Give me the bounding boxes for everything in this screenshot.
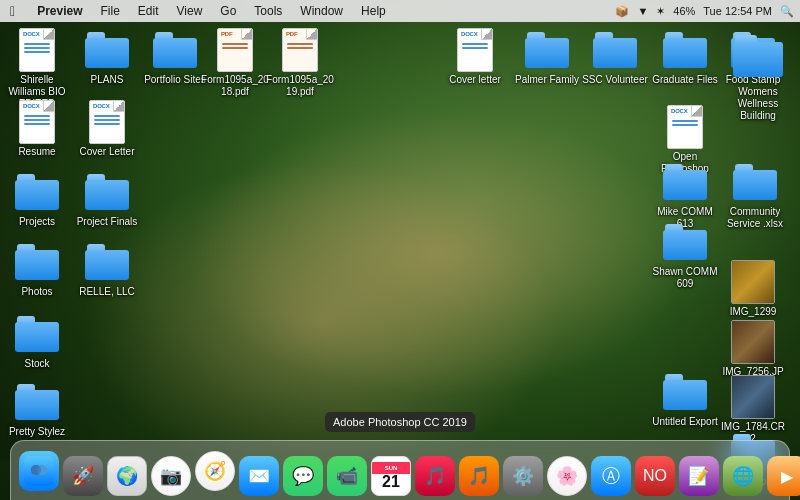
dock-icon-1: 🌍 (107, 456, 147, 496)
dock-item-10[interactable]: ▶ (767, 456, 800, 496)
dock-item-8[interactable]: 📝 (679, 456, 719, 496)
desktop-icon-form2018[interactable]: PDF Form1095a_2018.pdf (200, 28, 270, 98)
desktop-icon-photos[interactable]: Photos (2, 240, 72, 298)
desktop-icon-stock[interactable]: Stock (2, 312, 72, 370)
desktop-icon-relle[interactable]: RELLE, LLC (72, 240, 142, 298)
menu-file[interactable]: File (97, 4, 124, 18)
menu-edit[interactable]: Edit (134, 4, 163, 18)
desktop-icon-plans[interactable]: PLANS (72, 28, 142, 86)
finder-icon (19, 451, 59, 491)
battery-indicator: 46% (673, 5, 695, 17)
dock-icon-9: 🌐 (723, 456, 763, 496)
desktop-icon-project-finals[interactable]: Project Finals (72, 170, 142, 228)
dock-item-5[interactable]: ⚙️ (503, 456, 543, 496)
appstore-icon: Ⓐ (591, 456, 631, 496)
menubar:  Preview File Edit View Go Tools Window… (0, 0, 800, 22)
desktop-icon-shirelle[interactable]: DOCX Shirelle Williams BIO EDITED (2, 28, 72, 110)
dock-item-launchpad[interactable]: 🚀 (63, 456, 103, 496)
wifi-icon[interactable]: ▼ (637, 5, 648, 17)
desktop:  Preview File Edit View Go Tools Window… (0, 0, 800, 500)
dock-icon-6: 🌸 (547, 456, 587, 496)
dock-icon-3: 🎵 (415, 456, 455, 496)
dock-icon-8: 📝 (679, 456, 719, 496)
calendar-icon: SUN 21 (371, 456, 411, 496)
desktop-icon-wellness[interactable]: Womens Wellness Building (720, 28, 796, 122)
dock-item-3[interactable]: 🎵 (415, 456, 455, 496)
svg-point-3 (31, 465, 41, 475)
dock-item-facetime[interactable]: 📹 (327, 456, 367, 496)
app-name[interactable]: Preview (33, 4, 86, 18)
safari-icon: 🧭 (195, 451, 235, 491)
desktop-icon-projects[interactable]: Projects (2, 170, 72, 228)
menubar-left:  Preview File Edit View Go Tools Window… (6, 3, 615, 19)
messages-icon: 💬 (283, 456, 323, 496)
dock-item-finder[interactable] (19, 451, 59, 496)
desktop-icon-graduate[interactable]: Graduate Files (650, 28, 720, 86)
dock-item-7[interactable]: NO (635, 456, 675, 496)
bluetooth-icon[interactable]: ✶ (656, 5, 665, 18)
mail-icon: ✉️ (239, 456, 279, 496)
dock-item-1[interactable]: 🌍 (107, 456, 147, 496)
desktop-icon-community[interactable]: Community Service .xlsx (720, 160, 790, 230)
battery-percent: 46% (673, 5, 695, 17)
dock-tooltip: Adobe Photoshop CC 2019 (325, 412, 475, 432)
dock-item-messages[interactable]: 💬 (283, 456, 323, 496)
dock-item-calendar[interactable]: SUN 21 (371, 456, 411, 496)
desktop-icon-untitled-export[interactable]: Untitled Export (650, 370, 720, 428)
dock-item-appstore[interactable]: Ⓐ (591, 456, 631, 496)
menu-tools[interactable]: Tools (250, 4, 286, 18)
clock: Tue 12:54 PM (703, 5, 772, 17)
desktop-icon-pretty-stylez[interactable]: Pretty Stylez (2, 380, 72, 438)
desktop-icon-cover-letter[interactable]: DOCX Cover Letter (72, 100, 142, 158)
dock-icon-7: NO (635, 456, 675, 496)
menu-window[interactable]: Window (296, 4, 347, 18)
desktop-icon-img1299[interactable]: IMG_1299 (718, 260, 788, 318)
dock-item-9[interactable]: 🌐 (723, 456, 763, 496)
desktop-icon-resume[interactable]: DOCX Resume (2, 100, 72, 158)
search-icon[interactable]: 🔍 (780, 5, 794, 18)
desktop-icon-form2019[interactable]: PDF Form1095a_2019.pdf (265, 28, 335, 98)
dock-item-safari[interactable]: 🧭 (195, 451, 235, 496)
launchpad-icon: 🚀 (63, 456, 103, 496)
dock-item-4[interactable]: 🎵 (459, 456, 499, 496)
dock-item-6[interactable]: 🌸 (547, 456, 587, 496)
menu-help[interactable]: Help (357, 4, 390, 18)
desktop-icon-ssc[interactable]: SSC Volunteer (580, 28, 650, 86)
dock-item-mail[interactable]: ✉️ (239, 456, 279, 496)
dock-item-2[interactable]: 📷 (151, 456, 191, 496)
menu-go[interactable]: Go (216, 4, 240, 18)
desktop-icon-shawn-comm[interactable]: Shawn COMM 609 (650, 220, 720, 290)
dock-icon-5: ⚙️ (503, 456, 543, 496)
dropbox-icon: 📦 (615, 5, 629, 18)
menu-view[interactable]: View (173, 4, 207, 18)
menubar-right: 📦 ▼ ✶ 46% Tue 12:54 PM 🔍 (615, 5, 794, 18)
facetime-icon: 📹 (327, 456, 367, 496)
dock-icon-10: ▶ (767, 456, 800, 496)
dock-icon-4: 🎵 (459, 456, 499, 496)
dock: 🚀 🌍 📷 🧭 ✉️ 💬 (10, 440, 790, 500)
dock-icon-2: 📷 (151, 456, 191, 496)
desktop-icon-cover-letter-r[interactable]: DOCX Cover letter (440, 28, 510, 86)
desktop-icon-palmer[interactable]: Palmer Family (512, 28, 582, 86)
apple-menu[interactable]:  (6, 3, 19, 19)
